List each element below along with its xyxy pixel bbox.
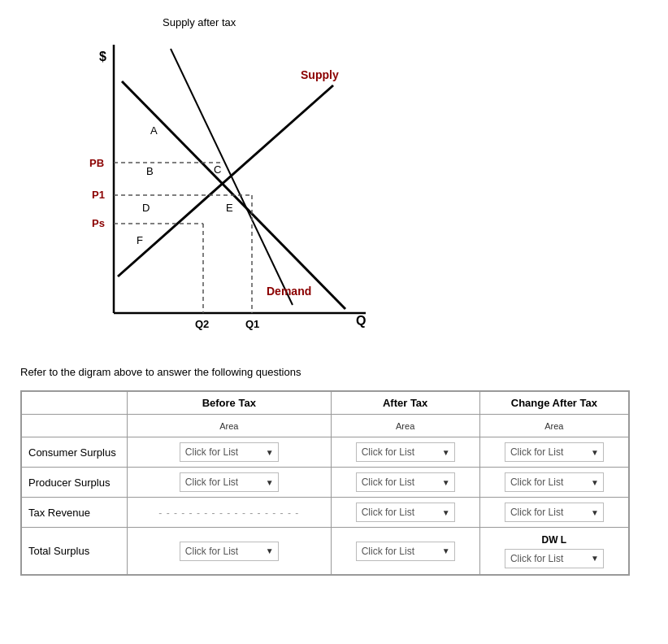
consumer-surplus-change-select[interactable]: Click for List (505, 443, 587, 461)
svg-text:C: C (214, 163, 221, 176)
total-surplus-change-cell: DW L Click for List ▼ (479, 528, 628, 575)
sub-header-empty (22, 415, 128, 437)
chevron-down-icon: ▼ (438, 546, 454, 555)
total-surplus-before-select[interactable]: Click for List (180, 542, 262, 560)
svg-text:Q2: Q2 (195, 318, 209, 330)
producer-surplus-before-select[interactable]: Click for List (180, 473, 262, 491)
total-surplus-change-dropdown[interactable]: Click for List ▼ (505, 549, 604, 568)
consumer-surplus-label: Consumer Surplus (22, 437, 128, 468)
sub-header-after-area: Area (331, 415, 479, 437)
consumer-surplus-before-select[interactable]: Click for List (180, 443, 262, 461)
svg-text:D: D (142, 202, 150, 214)
tax-revenue-change-select[interactable]: Click for List (505, 503, 587, 521)
producer-surplus-label: Producer Surplus (22, 468, 128, 498)
producer-surplus-before-dropdown[interactable]: Click for List ▼ (180, 472, 279, 492)
svg-text:Supply: Supply (301, 68, 339, 81)
producer-surplus-change-select[interactable]: Click for List (505, 473, 587, 491)
svg-line-6 (171, 49, 293, 305)
svg-text:B: B (146, 165, 154, 177)
svg-text:Q1: Q1 (245, 318, 259, 330)
svg-text:$: $ (99, 50, 106, 63)
tax-revenue-change-dropdown[interactable]: Click for List ▼ (505, 503, 604, 522)
svg-text:E: E (226, 202, 233, 214)
total-surplus-before-cell: Click for List ▼ (128, 528, 332, 575)
producer-surplus-after-cell: Click for List ▼ (331, 468, 479, 498)
consumer-surplus-after-select[interactable]: Click for List (357, 443, 438, 461)
tax-revenue-after-dropdown[interactable]: Click for List ▼ (356, 503, 455, 522)
dwl-label: DW L (542, 534, 567, 546)
svg-text:A: A (150, 124, 158, 137)
table-row: Consumer Surplus Click for List ▼ Click … (22, 437, 629, 468)
producer-surplus-before-cell: Click for List ▼ (128, 468, 332, 498)
tax-revenue-label: Tax Revenue (22, 498, 128, 528)
producer-surplus-after-select[interactable]: Click for List (357, 473, 438, 491)
chevron-down-icon: ▼ (262, 478, 278, 487)
col-header-empty (22, 392, 128, 415)
consumer-surplus-before-cell: Click for List ▼ (128, 437, 332, 468)
svg-text:F: F (137, 234, 143, 246)
total-surplus-change-select[interactable]: Click for List (505, 550, 587, 568)
tax-revenue-before-cell: - - - - - - - - - - - - - - - - - - - (128, 498, 332, 528)
table-row: Total Surplus Click for List ▼ Click for… (22, 528, 629, 575)
chevron-down-icon: ▼ (262, 546, 278, 555)
consumer-surplus-after-cell: Click for List ▼ (331, 437, 479, 468)
total-surplus-after-dropdown[interactable]: Click for List ▼ (356, 542, 455, 561)
svg-text:P1: P1 (92, 189, 105, 201)
sub-header-before-area: Area (128, 415, 332, 437)
table-row: Tax Revenue - - - - - - - - - - - - - - … (22, 498, 629, 528)
sub-header-change-area: Area (479, 415, 628, 437)
svg-text:Ps: Ps (92, 217, 105, 229)
consumer-surplus-before-dropdown[interactable]: Click for List ▼ (180, 442, 279, 462)
total-surplus-after-select[interactable]: Click for List (357, 542, 438, 560)
tax-revenue-after-select[interactable]: Click for List (357, 503, 438, 521)
col-header-before-tax: Before Tax (128, 392, 332, 415)
chevron-down-icon: ▼ (587, 448, 603, 457)
chevron-down-icon: ▼ (438, 478, 454, 487)
consumer-surplus-change-cell: Click for List ▼ (479, 437, 628, 468)
consumer-surplus-change-dropdown[interactable]: Click for List ▼ (505, 442, 604, 462)
chevron-down-icon: ▼ (438, 448, 454, 457)
instruction-text: Refer to the digram above to answer the … (20, 366, 652, 378)
producer-surplus-change-dropdown[interactable]: Click for List ▼ (505, 472, 604, 492)
chevron-down-icon: ▼ (587, 478, 603, 487)
svg-text:PB: PB (89, 157, 104, 169)
supply-after-tax-label: Supply after tax (163, 16, 236, 28)
total-surplus-label: Total Surplus (22, 528, 128, 575)
economics-chart: $ Q Supply Demand PB P1 Ps Q2 Q1 (65, 33, 374, 342)
tax-revenue-after-cell: Click for List ▼ (331, 498, 479, 528)
producer-surplus-after-dropdown[interactable]: Click for List ▼ (356, 472, 455, 492)
col-header-change: Change After Tax (479, 392, 628, 415)
producer-surplus-change-cell: Click for List ▼ (479, 468, 628, 498)
chart-container: Supply after tax $ Q Supply Demand (49, 16, 390, 358)
col-header-after-tax: After Tax (331, 392, 479, 415)
table-row: Producer Surplus Click for List ▼ Click … (22, 468, 629, 498)
tax-revenue-change-cell: Click for List ▼ (479, 498, 628, 528)
total-surplus-before-dropdown[interactable]: Click for List ▼ (180, 542, 279, 561)
svg-text:Q: Q (356, 314, 366, 328)
total-surplus-after-cell: Click for List ▼ (331, 528, 479, 575)
chevron-down-icon: ▼ (587, 554, 603, 563)
svg-text:Demand: Demand (267, 285, 311, 298)
svg-line-5 (118, 85, 333, 276)
consumer-surplus-after-dropdown[interactable]: Click for List ▼ (356, 442, 455, 462)
chevron-down-icon: ▼ (438, 508, 454, 517)
chevron-down-icon: ▼ (587, 508, 603, 517)
answer-table: Before Tax After Tax Change After Tax Ar… (20, 390, 630, 576)
chevron-down-icon: ▼ (262, 448, 278, 457)
total-surplus-change-content: DW L Click for List ▼ (487, 533, 622, 569)
tax-revenue-dashes: - - - - - - - - - - - - - - - - - - - (158, 507, 299, 519)
